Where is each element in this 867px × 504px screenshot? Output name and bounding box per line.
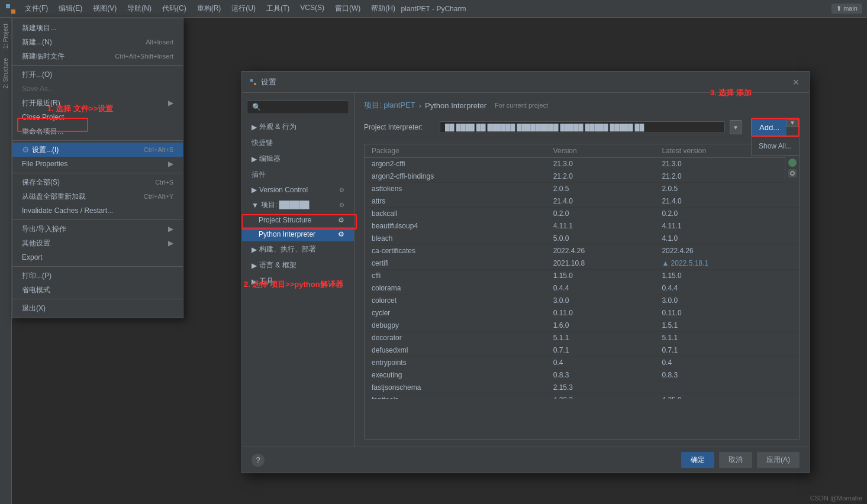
menu-exit[interactable]: 退出(X): [12, 301, 183, 315]
package-latest: 4.25.0: [655, 394, 799, 399]
menu-print[interactable]: 打印...(P): [12, 269, 183, 283]
interpreter-path: ██ ████ ██ ██████ █████████ █████ █████ …: [440, 121, 725, 133]
package-version: 21.4.0: [546, 195, 655, 208]
show-all-dropdown: Show All...: [751, 137, 800, 156]
nav-build[interactable]: ▶ 构建、执行、部署: [242, 241, 354, 257]
package-view-button[interactable]: [788, 169, 797, 177]
package-version: 1.6.0: [546, 319, 655, 332]
nav-plugins-label: 插件: [252, 170, 266, 180]
nav-editor[interactable]: ▶ 编辑器: [242, 151, 354, 167]
table-row[interactable]: cycler0.11.00.11.0: [365, 307, 799, 319]
table-row[interactable]: debugpy1.6.01.5.1: [365, 319, 799, 332]
nav-python-interpreter[interactable]: Python Interpreter ⚙: [242, 227, 354, 241]
table-row[interactable]: argon2-cffi21.3.021.3.0: [365, 158, 799, 170]
package-version: 21.2.0: [546, 170, 655, 183]
menu-file[interactable]: 文件(F): [20, 2, 53, 15]
table-row[interactable]: asttokens2.0.52.0.5: [365, 183, 799, 195]
help-button[interactable]: ?: [252, 454, 265, 467]
table-row[interactable]: cffi1.15.01.15.0: [365, 270, 799, 282]
package-latest: 0.4.4: [655, 282, 799, 295]
breadcrumb-project[interactable]: 项目: plantPET: [364, 100, 415, 111]
python-interpreter-settings-icon[interactable]: ⚙: [338, 230, 344, 238]
dialog-title-text: 设置: [261, 77, 276, 88]
add-dropdown-arrow[interactable]: ▼: [787, 119, 798, 127]
branch-badge[interactable]: ⬆ main: [831, 4, 862, 14]
package-name: attrs: [365, 195, 546, 208]
svg-rect-0: [6, 4, 10, 8]
table-row[interactable]: argon2-cffi-bindings21.2.021.2.0: [365, 170, 799, 183]
nav-languages[interactable]: ▶ 语言 & 框架: [242, 257, 354, 273]
package-version: 4.33.3: [546, 394, 655, 399]
menu-new-scratch[interactable]: 新建临时文件Ctrl+Alt+Shift+Insert: [12, 49, 183, 63]
menu-tools[interactable]: 工具(T): [262, 2, 294, 15]
table-row[interactable]: fonttools4.33.34.25.0: [365, 394, 799, 399]
project-settings-icon[interactable]: ⚙: [339, 202, 344, 208]
table-row[interactable]: bleach5.0.04.1.0: [365, 232, 799, 245]
apply-button[interactable]: 应用(A): [757, 452, 800, 468]
settings-breadcrumb: 项目: plantPET › Python Interpreter For cu…: [364, 100, 800, 111]
menu-power-save[interactable]: 省电模式: [12, 283, 183, 297]
menu-run[interactable]: 运行(U): [227, 2, 260, 15]
menu-reload-all[interactable]: 从磁盘全部重新加载Ctrl+Alt+Y: [12, 189, 183, 203]
menu-export[interactable]: Export: [12, 250, 183, 264]
package-status-indicator[interactable]: [788, 159, 797, 167]
table-row[interactable]: colorcet3.0.03.0.0: [365, 295, 799, 307]
package-name: executing: [365, 369, 546, 382]
table-row[interactable]: colorama0.4.40.4.4: [365, 282, 799, 295]
breadcrumb-separator: ›: [419, 101, 421, 110]
menu-window[interactable]: 窗口(W): [330, 2, 365, 15]
table-row[interactable]: decorator5.1.15.1.1: [365, 332, 799, 344]
package-latest: 2022.4.26: [655, 245, 799, 257]
nav-project[interactable]: ▼ 项目: ██████ ⚙: [242, 197, 354, 213]
sidebar-tab-project[interactable]: 1: Project: [1, 20, 10, 52]
menu-other-settings[interactable]: 其他设置▶: [12, 236, 183, 250]
confirm-button[interactable]: 确定: [681, 452, 714, 468]
table-row[interactable]: fastjsonschema2.15.3: [365, 382, 799, 394]
menu-export-import[interactable]: 导出/导入操作▶: [12, 222, 183, 236]
menu-open[interactable]: 打开...(O): [12, 67, 183, 82]
settings-search-box[interactable]: 🔍: [247, 100, 349, 114]
nav-appearance[interactable]: ▶ 外观 & 行为: [242, 119, 354, 135]
nav-project-structure[interactable]: Project Structure ⚙: [242, 213, 354, 227]
table-row[interactable]: beautifulsoup44.11.14.11.1: [365, 220, 799, 232]
nav-project-structure-label: Project Structure: [259, 216, 311, 224]
add-interpreter-button[interactable]: Add...: [752, 119, 787, 135]
menu-file-properties[interactable]: File Properties▶: [12, 157, 183, 171]
menu-new-project[interactable]: 新建项目...: [12, 21, 183, 35]
table-row[interactable]: entrypoints0.40.4: [365, 357, 799, 369]
package-version: 2.0.5: [546, 183, 655, 195]
menu-new[interactable]: 新建...(N)Alt+Insert: [12, 35, 183, 49]
menu-rename-project[interactable]: 重命名项目...: [12, 124, 183, 138]
menu-save-all[interactable]: 保存全部(S)Ctrl+S: [12, 175, 183, 189]
col-package[interactable]: Package: [365, 144, 546, 158]
menu-view[interactable]: 视图(V): [88, 2, 121, 15]
col-version[interactable]: Version: [546, 144, 655, 158]
sidebar-tab-structure[interactable]: 2: Structure: [1, 54, 10, 92]
nav-keymap[interactable]: 快捷键: [242, 135, 354, 151]
cancel-button[interactable]: 取消: [719, 452, 752, 468]
package-table-scroll[interactable]: Package Version Latest version argon2-cf…: [365, 144, 799, 399]
table-row[interactable]: defusedxml0.7.10.7.1: [365, 344, 799, 357]
menu-invalidate-caches[interactable]: Invalidate Caches / Restart...: [12, 203, 183, 218]
menu-edit[interactable]: 编辑(E): [54, 2, 87, 15]
menu-help[interactable]: 帮助(H): [366, 2, 400, 15]
table-row[interactable]: backcall0.2.00.2.0: [365, 208, 799, 220]
vcs-settings-icon[interactable]: ⚙: [339, 187, 344, 193]
interpreter-dropdown-button[interactable]: ▼: [730, 120, 742, 134]
menu-navigate[interactable]: 导航(N): [123, 2, 156, 15]
menu-vcs[interactable]: VCS(S): [295, 2, 329, 15]
table-row[interactable]: ca-certificates2022.4.262022.4.26: [365, 245, 799, 257]
menu-code[interactable]: 代码(C): [157, 2, 191, 15]
table-row[interactable]: attrs21.4.021.4.0: [365, 195, 799, 208]
show-all-option[interactable]: Show All...: [752, 140, 799, 153]
table-row[interactable]: executing0.8.30.8.3: [365, 369, 799, 382]
nav-plugins[interactable]: 插件: [242, 167, 354, 183]
dialog-close-button[interactable]: ✕: [790, 76, 802, 88]
package-name: asttokens: [365, 183, 546, 195]
table-row[interactable]: certifi2021.10.8▲ 2022.5.18.1: [365, 257, 799, 270]
nav-vcs[interactable]: ▶ Version Control ⚙: [242, 183, 354, 197]
menu-settings[interactable]: ⚙ 设置...(I) Ctrl+Alt+S: [12, 143, 183, 157]
menu-refactor[interactable]: 重构(R): [192, 2, 226, 15]
project-structure-settings-icon[interactable]: ⚙: [338, 216, 344, 224]
settings-content: 项目: plantPET › Python Interpreter For cu…: [354, 93, 809, 447]
